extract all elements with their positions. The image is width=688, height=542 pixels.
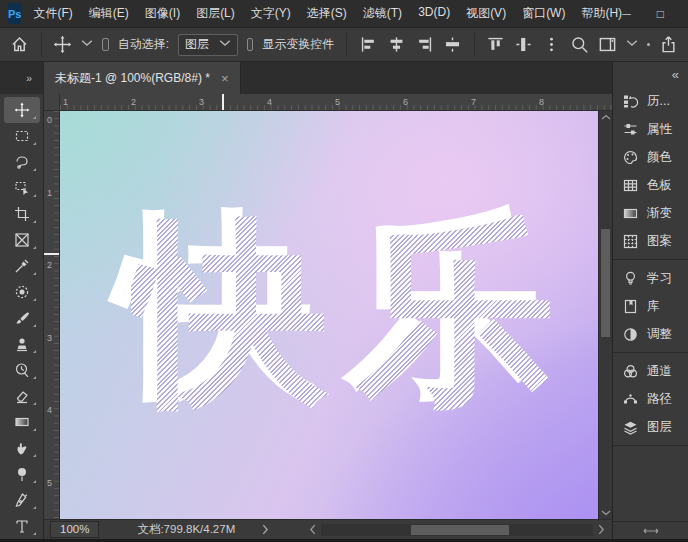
panel-button-properties[interactable]: 属性 xyxy=(613,115,688,143)
ruler-position-marker xyxy=(222,94,224,110)
ruler-row: 12345678 xyxy=(44,94,612,111)
menu-bar: Ps 文件(F)编辑(E)图像(I)图层(L)文字(Y)选择(S)滤镜(T)3D… xyxy=(0,0,688,28)
rectangular-marquee-tool[interactable] xyxy=(4,123,40,149)
clone-stamp-tool[interactable] xyxy=(4,331,40,357)
horizontal-scrollbar-track[interactable] xyxy=(321,524,593,536)
auto-select-checkbox[interactable] xyxy=(102,38,108,51)
panel-button-channels[interactable]: 通道 xyxy=(613,357,688,385)
ruler-tick-label: 1 xyxy=(63,97,68,107)
history-brush-tool[interactable] xyxy=(4,357,40,383)
object-selection-tool[interactable] xyxy=(4,175,40,201)
type-tool[interactable] xyxy=(4,513,40,539)
menu-list: 文件(F)编辑(E)图像(I)图层(L)文字(Y)选择(S)滤镜(T)3D(D)… xyxy=(33,5,622,22)
menu-item[interactable]: 图层(L) xyxy=(196,5,235,22)
ruler-tick-label: 2 xyxy=(47,260,52,270)
lasso-tool-icon xyxy=(14,154,30,170)
align-top-icon[interactable] xyxy=(486,35,505,54)
search-icon[interactable] xyxy=(570,35,589,54)
chevron-right-icon[interactable] xyxy=(597,524,606,535)
show-transform-checkbox[interactable] xyxy=(247,38,253,51)
chevron-up-icon[interactable] xyxy=(601,113,611,121)
align-left-icon[interactable] xyxy=(359,35,378,54)
panel-button-paths[interactable]: 路径 xyxy=(613,385,688,413)
panel-button-adjustments[interactable]: 调整 xyxy=(613,320,688,348)
document-tab-title: 未标题-1 @ 100%(RGB/8#) * xyxy=(55,70,210,87)
menu-item[interactable]: 视图(V) xyxy=(466,5,506,22)
spot-healing-tool-icon xyxy=(14,284,30,300)
chevron-down-icon[interactable] xyxy=(601,509,611,517)
tools-panel-expand-button[interactable]: » xyxy=(0,62,43,94)
workspace-icon[interactable] xyxy=(598,35,617,54)
horizontal-ruler[interactable]: 12345678 xyxy=(60,94,612,110)
menu-item[interactable]: 窗口(W) xyxy=(522,5,565,22)
more-options-icon[interactable] xyxy=(542,35,561,54)
vertical-ruler[interactable]: 012345 xyxy=(44,111,60,519)
status-expand-chevron-icon[interactable] xyxy=(261,524,270,535)
align-center-icon[interactable] xyxy=(387,35,406,54)
color-icon xyxy=(622,149,639,166)
menu-item[interactable]: 帮助(H) xyxy=(581,5,622,22)
lasso-tool[interactable] xyxy=(4,149,40,175)
panel-button-label: 库 xyxy=(647,298,660,315)
panel-button-color[interactable]: 颜色 xyxy=(613,143,688,171)
smudge-tool-icon xyxy=(14,440,30,456)
menu-item[interactable]: 文件(F) xyxy=(33,5,72,22)
brush-tool[interactable] xyxy=(4,305,40,331)
menu-item[interactable]: 选择(S) xyxy=(307,5,347,22)
pen-tool[interactable] xyxy=(4,487,40,513)
crop-tool[interactable] xyxy=(4,201,40,227)
eyedropper-tool[interactable] xyxy=(4,253,40,279)
panel-button-patterns[interactable]: 图案 xyxy=(613,227,688,255)
channels-icon xyxy=(622,363,639,380)
close-icon[interactable]: × xyxy=(221,72,229,85)
panel-button-libraries[interactable]: 库 xyxy=(613,292,688,320)
panel-button-label: 学习 xyxy=(647,270,672,287)
align-right-icon[interactable] xyxy=(415,35,434,54)
panel-button-learn[interactable]: 学习 xyxy=(613,264,688,292)
distribute-horizontal-icon[interactable] xyxy=(443,35,462,54)
move-tool-preset-icon[interactable] xyxy=(53,35,72,54)
ruler-corner[interactable] xyxy=(44,94,60,110)
gradient-tool[interactable] xyxy=(4,409,40,435)
frame-tool[interactable] xyxy=(4,227,40,253)
share-icon[interactable] xyxy=(659,35,678,54)
minimize-icon[interactable]: ─ xyxy=(622,7,631,21)
home-icon[interactable] xyxy=(10,35,29,54)
distribute-vertical-icon[interactable] xyxy=(514,35,533,54)
horizontal-scrollbar[interactable] xyxy=(308,524,606,536)
panel-button-gradients[interactable]: 渐变 xyxy=(613,199,688,227)
panel-button-layers[interactable]: 图层 xyxy=(613,413,688,441)
menu-item[interactable]: 图像(I) xyxy=(145,5,180,22)
panel-button-history[interactable]: 历... xyxy=(613,87,688,115)
ruler-tick-label: 4 xyxy=(267,97,272,107)
panel-button-label: 色板 xyxy=(647,177,672,194)
spot-healing-brush-tool[interactable] xyxy=(4,279,40,305)
type-tool-icon xyxy=(14,518,30,534)
document-tab[interactable]: 未标题-1 @ 100%(RGB/8#) * × xyxy=(44,62,241,94)
menu-item[interactable]: 编辑(E) xyxy=(89,5,129,22)
panel-button-swatches[interactable]: 色板 xyxy=(613,171,688,199)
menu-item[interactable]: 3D(D) xyxy=(418,5,450,22)
panel-dock-collapse-button[interactable]: « xyxy=(613,62,688,86)
eraser-tool[interactable] xyxy=(4,383,40,409)
auto-select-target-dropdown[interactable]: 图层 xyxy=(178,34,238,56)
smudge-tool[interactable] xyxy=(4,435,40,461)
dodge-tool[interactable] xyxy=(4,461,40,487)
horizontal-scrollbar-thumb[interactable] xyxy=(411,525,509,535)
maximize-icon[interactable]: □ xyxy=(657,7,664,21)
panel-resize-grip[interactable] xyxy=(613,521,688,539)
chevron-left-icon[interactable] xyxy=(308,524,317,535)
chevron-down-icon[interactable] xyxy=(626,39,638,51)
dot-separator xyxy=(647,43,650,46)
menu-item[interactable]: 文字(Y) xyxy=(251,5,291,22)
paths-icon xyxy=(622,391,639,408)
gradients-icon xyxy=(622,205,639,222)
chevron-down-icon[interactable] xyxy=(81,39,93,51)
vertical-scrollbar-thumb[interactable] xyxy=(601,229,610,337)
move-tool[interactable] xyxy=(4,97,40,123)
menu-item[interactable]: 滤镜(T) xyxy=(363,5,402,22)
vertical-scrollbar[interactable] xyxy=(598,111,612,519)
zoom-level-field[interactable]: 100% xyxy=(50,521,99,538)
ruler-tick-label: 3 xyxy=(199,97,204,107)
canvas[interactable]: 快乐 快乐 xyxy=(60,111,598,519)
